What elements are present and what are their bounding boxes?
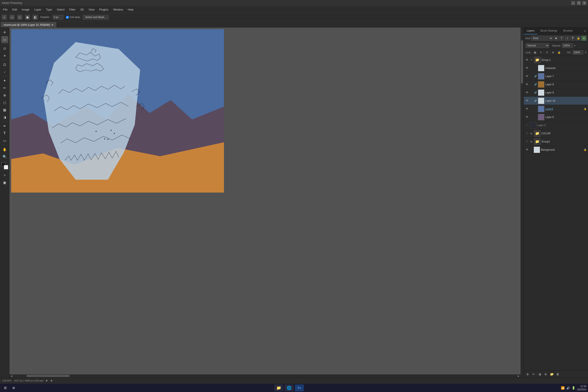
tab-brushes[interactable]: Brushes [560,28,576,34]
move-tool[interactable]: ✛ [1,29,8,36]
filter-toggle[interactable]: ● [582,36,586,40]
add-mask-icon[interactable]: ◑ [537,372,542,377]
opacity-dropdown[interactable]: ▾ [574,44,575,47]
lock-all[interactable]: 🔒 [557,50,561,54]
visibility-layer10[interactable]: 👁 [525,99,529,103]
layer-item-layer10[interactable]: 👁 🔗 Layer 10 [524,97,588,105]
menu-filter[interactable]: Filter [67,7,78,12]
battery-icon[interactable]: 🔋 [572,386,575,390]
subtract-mode-icon[interactable]: ◼ [25,14,30,20]
expand-group1b[interactable]: ▶ [530,140,533,143]
hand-tool[interactable]: ✋ [1,146,8,153]
link-layers-icon[interactable]: ⊕ [525,372,530,377]
fill-dropdown[interactable]: ▾ [585,51,586,54]
antialias-checkbox[interactable] [66,16,69,19]
brush-tool[interactable]: ✏ [1,84,8,91]
fg-bg-colors[interactable] [1,162,8,169]
quick-select-tool[interactable]: ⊕ [1,52,8,59]
layer-item-layer7[interactable]: 👁 🔗 Layer 7 [524,72,588,80]
eraser-tool[interactable]: ◻ [1,99,8,106]
layer-item-group1b[interactable]: 👁 ▶ 📁 Group1 [524,138,588,146]
select-and-mask-button[interactable]: Select and Mask... [83,15,109,20]
visibility-layer8[interactable]: 👁 [525,82,529,86]
lock-move[interactable]: ✛ [545,50,549,54]
visibility-color[interactable]: 👁 [525,132,529,136]
network-icon[interactable]: 📶 [561,386,564,390]
rect-select-icon[interactable]: ▭ [10,14,14,20]
layer-mode-select[interactable]: Normal Dissolve Multiply Screen Overlay [526,43,549,48]
layer-filter-select[interactable]: Kind Name Effect Mode Attribute [531,36,553,40]
arrow-left[interactable]: ◀ [50,379,52,382]
layer-item-layer8[interactable]: 👁 🔗 Layer 8 [524,80,588,88]
screen-mode-btn[interactable]: ▣ [1,179,8,186]
taskbar-edge[interactable]: 🌐 [284,384,294,391]
link-layer8[interactable]: 🔗 [534,83,537,86]
healing-tool[interactable]: ✦ [1,77,8,84]
visibility-background[interactable]: 👁 [525,148,529,152]
menu-image[interactable]: Image [20,7,32,12]
menu-file[interactable]: File [1,7,10,12]
v-scrollbar-thumb[interactable] [521,40,523,84]
search-button[interactable]: ⊕ [10,384,17,391]
dodge-tool[interactable]: ◑ [1,114,8,120]
visibility-layer4[interactable]: 👁 [525,123,529,127]
menu-edit[interactable]: Edit [10,7,19,12]
tool-preset-icon[interactable]: ⊹ [2,14,7,20]
add-mode-icon[interactable]: ◻ [17,14,22,20]
fill-input[interactable] [572,50,583,54]
lock-draw[interactable]: ✎ [539,50,543,54]
link-layer9[interactable]: 🔗 [534,91,537,94]
lock-artboard[interactable]: ⊕ [551,50,555,54]
layer-item-group1[interactable]: 👁 ▼ 📁 Group 1 [524,56,588,64]
layer-item-layer6[interactable]: 👁 Layer 6 [524,113,588,121]
marquee-tool[interactable]: ▭ [1,36,8,43]
eyedropper-tool[interactable]: 𝒾 [1,68,8,75]
layer-item-background[interactable]: 👁 Background 🔒 [524,146,588,154]
visibility-layer3[interactable]: 👁 [525,107,529,111]
filter-icon-effect[interactable]: 𝒊 [565,36,570,40]
expand-color[interactable]: ▶ [530,132,533,135]
layer-item-layer9[interactable]: 👁 🔗 Layer 9 [524,88,588,97]
horizontal-scrollbar[interactable]: ▶ ◀ [10,374,524,378]
quick-mask-btn[interactable]: ⊙ [1,172,8,178]
feather-input[interactable] [53,15,64,20]
arrow-right[interactable]: ▶ [46,379,48,382]
pen-tool[interactable]: ✒ [1,122,8,130]
start-button[interactable]: ⊞ [2,384,9,391]
layer-item-linework[interactable]: 👁 Linework [524,64,588,72]
canvas-area[interactable]: ▶ ◀ [10,28,524,378]
restore-button[interactable]: ❐ [577,1,581,5]
shape-tool[interactable]: ▭ [1,137,8,144]
tab-close[interactable]: ✕ [51,24,54,26]
document-tab[interactable]: mumm.psd @ 140% (Layer 10, RGB/8#) ✕ [1,22,56,27]
menu-window[interactable]: Window [111,7,125,12]
menu-help[interactable]: Help [126,7,136,12]
filter-icon-mode[interactable]: T [570,36,575,40]
link-layer7[interactable]: 🔗 [534,75,537,78]
vertical-scrollbar[interactable] [520,28,524,374]
expand-group1[interactable]: ▼ [530,58,533,62]
visibility-group1b[interactable]: 👁 [525,140,529,144]
minimize-button[interactable]: — [571,1,575,5]
sound-icon[interactable]: 🔊 [566,386,570,390]
visibility-linework[interactable]: 👁 [525,66,529,70]
lock-checkerboard[interactable]: ▦ [533,50,537,54]
close-button[interactable]: ✕ [582,1,586,5]
visibility-layer7[interactable]: 👁 [525,74,529,78]
add-group-icon[interactable]: 📁 [549,372,554,377]
zoom-tool[interactable]: 🔍 [1,153,8,160]
layer-item-layer4[interactable]: 👁 Layer 4 [524,121,588,130]
panel-menu-icon[interactable]: ≡ [582,28,588,34]
menu-type[interactable]: Type [44,7,54,12]
filter-icon-type[interactable]: T [559,36,564,40]
taskbar-file-explorer[interactable]: 📁 [274,384,283,391]
lasso-tool[interactable]: ⊙ [1,45,8,52]
tab-layers[interactable]: Layers [524,28,538,34]
menu-plugins[interactable]: Plugins [97,7,111,12]
visibility-group1[interactable]: 👁 [525,58,529,62]
clone-tool[interactable]: ⊕ [1,92,8,99]
delete-layer-icon[interactable]: 🗑 [555,372,560,377]
filter-icon-lock[interactable]: 🔒 [576,36,581,40]
layer-item-layer3[interactable]: 👁 Layer3 🔒 [524,105,588,113]
visibility-layer9[interactable]: 👁 [525,91,529,94]
